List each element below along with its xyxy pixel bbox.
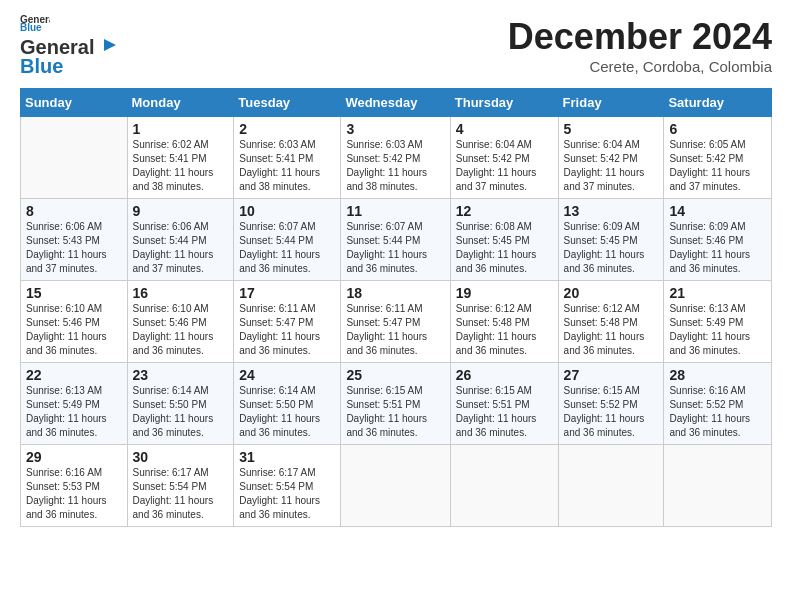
col-header-wednesday: Wednesday bbox=[341, 89, 450, 117]
day-number: 31 bbox=[239, 449, 335, 465]
logo-icon: General Blue bbox=[20, 14, 50, 32]
subtitle: Cerete, Cordoba, Colombia bbox=[508, 58, 772, 75]
header: General Blue General Blue December 2024 … bbox=[20, 16, 772, 78]
day-info: Sunrise: 6:03 AMSunset: 5:41 PMDaylight:… bbox=[239, 138, 335, 194]
calendar-cell: 23Sunrise: 6:14 AMSunset: 5:50 PMDayligh… bbox=[127, 363, 234, 445]
day-info: Sunrise: 6:10 AMSunset: 5:46 PMDaylight:… bbox=[133, 302, 229, 358]
calendar-cell: 30Sunrise: 6:17 AMSunset: 5:54 PMDayligh… bbox=[127, 445, 234, 527]
logo: General Blue General Blue bbox=[20, 16, 118, 78]
day-info: Sunrise: 6:11 AMSunset: 5:47 PMDaylight:… bbox=[346, 302, 444, 358]
day-info: Sunrise: 6:07 AMSunset: 5:44 PMDaylight:… bbox=[346, 220, 444, 276]
calendar-cell: 29Sunrise: 6:16 AMSunset: 5:53 PMDayligh… bbox=[21, 445, 128, 527]
col-header-saturday: Saturday bbox=[664, 89, 772, 117]
calendar-cell: 21Sunrise: 6:13 AMSunset: 5:49 PMDayligh… bbox=[664, 281, 772, 363]
day-info: Sunrise: 6:15 AMSunset: 5:52 PMDaylight:… bbox=[564, 384, 659, 440]
day-info: Sunrise: 6:04 AMSunset: 5:42 PMDaylight:… bbox=[564, 138, 659, 194]
day-number: 5 bbox=[564, 121, 659, 137]
day-number: 14 bbox=[669, 203, 766, 219]
calendar-cell: 16Sunrise: 6:10 AMSunset: 5:46 PMDayligh… bbox=[127, 281, 234, 363]
calendar-cell: 9Sunrise: 6:06 AMSunset: 5:44 PMDaylight… bbox=[127, 199, 234, 281]
day-number: 29 bbox=[26, 449, 122, 465]
day-number: 25 bbox=[346, 367, 444, 383]
calendar-cell: 2Sunrise: 6:03 AMSunset: 5:41 PMDaylight… bbox=[234, 117, 341, 199]
day-info: Sunrise: 6:09 AMSunset: 5:45 PMDaylight:… bbox=[564, 220, 659, 276]
week-row-3: 15Sunrise: 6:10 AMSunset: 5:46 PMDayligh… bbox=[21, 281, 772, 363]
day-number: 2 bbox=[239, 121, 335, 137]
day-info: Sunrise: 6:16 AMSunset: 5:52 PMDaylight:… bbox=[669, 384, 766, 440]
calendar-cell: 10Sunrise: 6:07 AMSunset: 5:44 PMDayligh… bbox=[234, 199, 341, 281]
day-number: 26 bbox=[456, 367, 553, 383]
calendar-cell: 5Sunrise: 6:04 AMSunset: 5:42 PMDaylight… bbox=[558, 117, 664, 199]
day-info: Sunrise: 6:14 AMSunset: 5:50 PMDaylight:… bbox=[239, 384, 335, 440]
calendar-cell: 15Sunrise: 6:10 AMSunset: 5:46 PMDayligh… bbox=[21, 281, 128, 363]
calendar-cell bbox=[341, 445, 450, 527]
day-number: 27 bbox=[564, 367, 659, 383]
day-number: 10 bbox=[239, 203, 335, 219]
day-info: Sunrise: 6:13 AMSunset: 5:49 PMDaylight:… bbox=[26, 384, 122, 440]
logo-area: General Blue General Blue bbox=[20, 16, 118, 78]
calendar-cell: 1Sunrise: 6:02 AMSunset: 5:41 PMDaylight… bbox=[127, 117, 234, 199]
day-number: 23 bbox=[133, 367, 229, 383]
calendar-cell: 4Sunrise: 6:04 AMSunset: 5:42 PMDaylight… bbox=[450, 117, 558, 199]
day-info: Sunrise: 6:04 AMSunset: 5:42 PMDaylight:… bbox=[456, 138, 553, 194]
calendar-cell: 14Sunrise: 6:09 AMSunset: 5:46 PMDayligh… bbox=[664, 199, 772, 281]
month-title: December 2024 bbox=[508, 16, 772, 58]
calendar-cell: 11Sunrise: 6:07 AMSunset: 5:44 PMDayligh… bbox=[341, 199, 450, 281]
day-number: 1 bbox=[133, 121, 229, 137]
day-number: 9 bbox=[133, 203, 229, 219]
page-container: General Blue General Blue December 2024 … bbox=[0, 0, 792, 537]
day-number: 30 bbox=[133, 449, 229, 465]
day-number: 21 bbox=[669, 285, 766, 301]
day-number: 28 bbox=[669, 367, 766, 383]
day-info: Sunrise: 6:07 AMSunset: 5:44 PMDaylight:… bbox=[239, 220, 335, 276]
calendar-cell: 24Sunrise: 6:14 AMSunset: 5:50 PMDayligh… bbox=[234, 363, 341, 445]
calendar-cell: 28Sunrise: 6:16 AMSunset: 5:52 PMDayligh… bbox=[664, 363, 772, 445]
day-info: Sunrise: 6:15 AMSunset: 5:51 PMDaylight:… bbox=[456, 384, 553, 440]
calendar-header-row: SundayMondayTuesdayWednesdayThursdayFrid… bbox=[21, 89, 772, 117]
calendar-cell bbox=[450, 445, 558, 527]
calendar-cell: 17Sunrise: 6:11 AMSunset: 5:47 PMDayligh… bbox=[234, 281, 341, 363]
title-area: December 2024 Cerete, Cordoba, Colombia bbox=[508, 16, 772, 75]
calendar-table: SundayMondayTuesdayWednesdayThursdayFrid… bbox=[20, 88, 772, 527]
calendar-cell: 31Sunrise: 6:17 AMSunset: 5:54 PMDayligh… bbox=[234, 445, 341, 527]
day-number: 17 bbox=[239, 285, 335, 301]
day-number: 12 bbox=[456, 203, 553, 219]
week-row-1: 1Sunrise: 6:02 AMSunset: 5:41 PMDaylight… bbox=[21, 117, 772, 199]
calendar-cell bbox=[21, 117, 128, 199]
day-info: Sunrise: 6:02 AMSunset: 5:41 PMDaylight:… bbox=[133, 138, 229, 194]
week-row-5: 29Sunrise: 6:16 AMSunset: 5:53 PMDayligh… bbox=[21, 445, 772, 527]
svg-text:Blue: Blue bbox=[20, 22, 42, 32]
calendar-cell: 27Sunrise: 6:15 AMSunset: 5:52 PMDayligh… bbox=[558, 363, 664, 445]
day-info: Sunrise: 6:06 AMSunset: 5:44 PMDaylight:… bbox=[133, 220, 229, 276]
day-info: Sunrise: 6:13 AMSunset: 5:49 PMDaylight:… bbox=[669, 302, 766, 358]
day-number: 8 bbox=[26, 203, 122, 219]
col-header-friday: Friday bbox=[558, 89, 664, 117]
day-info: Sunrise: 6:17 AMSunset: 5:54 PMDaylight:… bbox=[239, 466, 335, 522]
day-info: Sunrise: 6:10 AMSunset: 5:46 PMDaylight:… bbox=[26, 302, 122, 358]
day-info: Sunrise: 6:12 AMSunset: 5:48 PMDaylight:… bbox=[564, 302, 659, 358]
day-info: Sunrise: 6:08 AMSunset: 5:45 PMDaylight:… bbox=[456, 220, 553, 276]
week-row-4: 22Sunrise: 6:13 AMSunset: 5:49 PMDayligh… bbox=[21, 363, 772, 445]
week-row-2: 8Sunrise: 6:06 AMSunset: 5:43 PMDaylight… bbox=[21, 199, 772, 281]
col-header-sunday: Sunday bbox=[21, 89, 128, 117]
day-number: 15 bbox=[26, 285, 122, 301]
day-number: 6 bbox=[669, 121, 766, 137]
day-number: 4 bbox=[456, 121, 553, 137]
day-number: 24 bbox=[239, 367, 335, 383]
svg-marker-2 bbox=[104, 39, 116, 51]
day-info: Sunrise: 6:11 AMSunset: 5:47 PMDaylight:… bbox=[239, 302, 335, 358]
calendar-cell: 8Sunrise: 6:06 AMSunset: 5:43 PMDaylight… bbox=[21, 199, 128, 281]
day-info: Sunrise: 6:16 AMSunset: 5:53 PMDaylight:… bbox=[26, 466, 122, 522]
day-number: 22 bbox=[26, 367, 122, 383]
day-info: Sunrise: 6:03 AMSunset: 5:42 PMDaylight:… bbox=[346, 138, 444, 194]
col-header-monday: Monday bbox=[127, 89, 234, 117]
day-info: Sunrise: 6:05 AMSunset: 5:42 PMDaylight:… bbox=[669, 138, 766, 194]
calendar-cell: 19Sunrise: 6:12 AMSunset: 5:48 PMDayligh… bbox=[450, 281, 558, 363]
day-info: Sunrise: 6:15 AMSunset: 5:51 PMDaylight:… bbox=[346, 384, 444, 440]
calendar-cell bbox=[664, 445, 772, 527]
calendar-cell: 22Sunrise: 6:13 AMSunset: 5:49 PMDayligh… bbox=[21, 363, 128, 445]
calendar-cell bbox=[558, 445, 664, 527]
day-info: Sunrise: 6:06 AMSunset: 5:43 PMDaylight:… bbox=[26, 220, 122, 276]
day-info: Sunrise: 6:12 AMSunset: 5:48 PMDaylight:… bbox=[456, 302, 553, 358]
calendar-cell: 3Sunrise: 6:03 AMSunset: 5:42 PMDaylight… bbox=[341, 117, 450, 199]
